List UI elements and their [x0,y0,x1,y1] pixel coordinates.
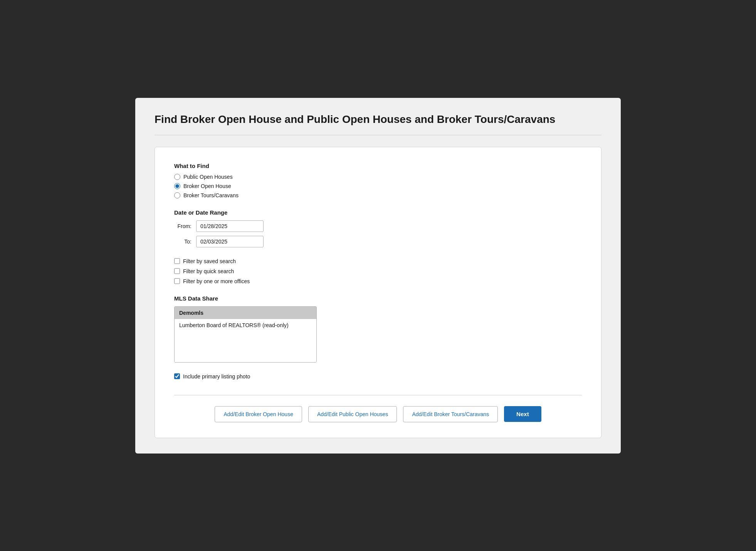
include-photo-checkbox[interactable] [174,373,180,379]
add-edit-public-button[interactable]: Add/Edit Public Open Houses [308,406,397,422]
filter-quick-checkbox[interactable] [174,268,180,274]
to-label: To: [174,239,192,245]
page-title: Find Broker Open House and Public Open H… [155,113,601,126]
filter-offices-checkbox[interactable] [174,278,180,284]
add-edit-tours-button[interactable]: Add/Edit Broker Tours/Caravans [403,406,498,422]
filter-saved-checkbox[interactable] [174,258,180,264]
include-photo-row[interactable]: Include primary listing photo [174,373,582,380]
filter-offices-label: Filter by one or more offices [183,278,250,284]
next-button[interactable]: Next [504,406,541,422]
radio-public-label: Public Open Houses [183,174,233,180]
mls-section-label: MLS Data Share [174,295,582,302]
what-to-find-label: What to Find [174,163,582,169]
date-from-input[interactable] [196,220,264,232]
radio-item-tours[interactable]: Broker Tours/Caravans [174,192,582,198]
date-range-label: Date or Date Range [174,209,582,216]
radio-item-broker[interactable]: Broker Open House [174,183,582,189]
mls-option-lumberton[interactable]: Lumberton Board of REALTORS® (read-only) [175,319,316,331]
radio-public-open-houses[interactable] [174,174,180,180]
main-card: What to Find Public Open Houses Broker O… [155,147,601,438]
radio-broker-tours[interactable] [174,192,180,198]
from-label: From: [174,223,192,229]
filter-offices-item[interactable]: Filter by one or more offices [174,278,582,284]
radio-item-public[interactable]: Public Open Houses [174,174,582,180]
date-range-section: Date or Date Range From: To: [174,209,582,247]
filter-saved-item[interactable]: Filter by saved search [174,258,582,264]
mls-option-demomls[interactable]: Demomls [175,307,316,319]
include-photo-label: Include primary listing photo [183,373,250,380]
radio-broker-label: Broker Open House [183,183,231,189]
title-divider [155,135,601,135]
mls-listbox[interactable]: Demomls Lumberton Board of REALTORS® (re… [174,306,317,363]
mls-empty-space [175,331,316,362]
date-to-row: To: [174,236,582,247]
filter-checkboxes: Filter by saved search Filter by quick s… [174,258,582,284]
filter-quick-item[interactable]: Filter by quick search [174,268,582,274]
radio-group-what-to-find: Public Open Houses Broker Open House Bro… [174,174,582,198]
filter-quick-label: Filter by quick search [183,268,234,274]
add-edit-broker-button[interactable]: Add/Edit Broker Open House [215,406,302,422]
date-to-input[interactable] [196,236,264,247]
footer-divider [174,395,582,395]
radio-broker-open-house[interactable] [174,183,180,189]
date-from-row: From: [174,220,582,232]
radio-tours-label: Broker Tours/Caravans [183,192,239,198]
filter-saved-label: Filter by saved search [183,258,236,264]
page-wrapper: Find Broker Open House and Public Open H… [135,98,621,454]
mls-section: MLS Data Share Demomls Lumberton Board o… [174,295,582,363]
footer-actions: Add/Edit Broker Open House Add/Edit Publ… [174,406,582,422]
